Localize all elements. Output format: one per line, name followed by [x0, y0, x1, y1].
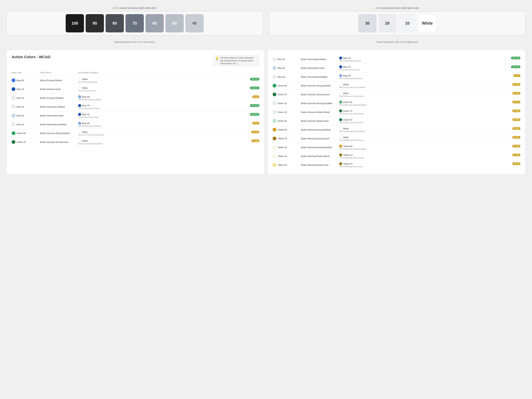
accessibility-badge: AA 6.54 — [250, 87, 259, 89]
token-name-cell: Button-Primary-Hover — [40, 88, 76, 90]
right-4-base-color-cell: Green-70 — [273, 93, 299, 96]
accessibility-badge: A 4.06 — [512, 110, 520, 112]
base-color-dot — [12, 96, 15, 100]
accessibility-badge: AA 5.01 — [250, 78, 259, 81]
access-cell: Green-70A 3.68Text-OnSuccess-Weak-Hover — [339, 118, 520, 124]
left-swatch-5: 50 — [165, 14, 184, 32]
left-swatch-3: 70 — [126, 14, 144, 32]
right-default-label: Default Background Color 14.54:1 (light … — [269, 37, 525, 43]
right-swatch-2: 10 — [398, 14, 417, 32]
access-dot — [339, 101, 342, 104]
base-color-dot — [12, 140, 15, 144]
access-dot — [339, 118, 342, 121]
access-row: Blue-40A 2.5 — [78, 122, 259, 125]
access-color-name: White — [339, 92, 349, 95]
table-row: Blue-10Button-Secondary-DefaultBlue-70AA… — [12, 102, 259, 111]
access-color-name: White — [78, 139, 88, 142]
access-color-name: Blue-70 — [78, 113, 90, 116]
access-row: Blue-40A 2.5 — [78, 95, 259, 98]
access-color-label: Blue-70 — [343, 66, 351, 68]
access-dot — [78, 104, 81, 107]
right-3-base-color-cell: Green-60 — [273, 84, 299, 88]
access-sub-label: Text-OnSecondary-Disabled — [78, 125, 259, 127]
access-sub-label: Text-OnSuccess-Weak-Hover — [339, 121, 520, 124]
token-name-cell: Button-Success-Strong-Default — [301, 84, 337, 87]
base-color-dot — [12, 114, 15, 117]
access-dot — [78, 139, 81, 142]
access-row: Yellow-70A 2.79 — [339, 162, 520, 165]
accessibility-badge: A 3.68 — [512, 118, 520, 121]
accessibility-badge: A 3.05 — [512, 136, 520, 139]
access-color-name: Blue-70 — [78, 104, 90, 107]
table-row: Blue-20Button-Secondary-HoverBlue-70AA 6… — [273, 64, 520, 72]
access-dot — [78, 95, 81, 98]
token-name-cell: Button-Secondary-Default — [40, 106, 76, 108]
table-row: Green-60Button-Success-Strong-DefaultWhi… — [273, 81, 520, 90]
access-sub-label: Text-OnSuccess-Strong-Hover — [78, 143, 259, 145]
right-9-base-color-cell: Yellow-70 — [273, 137, 299, 140]
card-title: Action Colors - WCAG — [12, 55, 50, 59]
left-swatch-0: 100 — [66, 14, 84, 32]
right-table-body: Blue-10Button-Secondary-DefaultBlue-70AA… — [273, 55, 520, 169]
access-row: WhiteA 4.29 — [78, 139, 259, 142]
access-color-label: White — [82, 87, 88, 89]
access-sub-label: Text-OnSecondary-Hover — [339, 69, 520, 71]
access-cell: Blue-40A 2.5Text-OnSecondary-Disabled — [78, 95, 259, 101]
left-contrast-group: 4.5:1 contrast and above (with white col… — [7, 7, 263, 43]
left-swatch-2: 80 — [106, 14, 124, 32]
access-dot — [78, 131, 81, 133]
access-color-name: White — [339, 127, 349, 130]
access-color-name: Blue-40 — [78, 95, 90, 98]
access-color-label: Blue-40 — [343, 75, 351, 77]
access-cell: WhiteAA 5.01Text-OnPrimary-Default — [78, 78, 259, 83]
accessibility-badge: A 2.31 — [512, 101, 520, 103]
table-row: Yellow-20Button-Warning-Weak-HoverYellow… — [273, 161, 520, 169]
left-default-label: Default Background Color 9.47:1 (dark th… — [7, 37, 263, 43]
access-row: Blue-70AA 6.54 — [78, 113, 259, 116]
access-color-name: Blue-40 — [339, 74, 351, 77]
col-token-header: Token Name — [40, 71, 76, 74]
access-color-name: White — [78, 131, 88, 133]
accessibility-badge: A 2.01 — [512, 127, 520, 130]
base-color-dot — [12, 78, 15, 82]
top-section: 4.5:1 contrast and above (with white col… — [7, 7, 525, 43]
access-cell: Yellow-70A 2.79Text-OnWarning-Weak-Hover — [339, 162, 520, 168]
access-dot — [339, 74, 342, 77]
access-color-name: White — [78, 86, 88, 89]
left-0-base-color-cell: Blue-60 — [12, 78, 38, 82]
right-contrast-group: 4.5:1 contrast and above (with black col… — [269, 7, 525, 43]
access-cell: WhiteA 4.29Text-OnSuccess-Strong-Hover — [339, 92, 520, 97]
access-sub-label: Text-OnSecondary-Disabled — [339, 77, 520, 79]
access-dot — [339, 83, 342, 86]
accessibility-badge: A 2.5 — [252, 122, 259, 125]
base-color-label: Blue-20 — [278, 67, 285, 69]
base-color-dot — [12, 131, 15, 135]
table-row: Yellow-10Button-Warning-Weak-DefaultYell… — [273, 152, 520, 161]
table-row: Yellow-10Button-Warning-Strong-DisabledY… — [273, 143, 520, 152]
access-cell: WhiteA 3.02Text-OnSuccess-Strong-Default — [339, 83, 520, 88]
accessibility-badge: A 4.29 — [512, 92, 520, 95]
access-dot — [78, 86, 81, 89]
access-cell: WhiteA 4.29Text-OnSuccess-Strong-Hover — [78, 139, 259, 145]
access-color-label: Green-70 — [343, 119, 352, 121]
access-color-name: White — [339, 83, 349, 86]
access-row: WhiteA 3.02 — [78, 131, 259, 133]
right-contrast-title: 4.5:1 contrast and above (with black col… — [269, 7, 525, 9]
table-row: Yellow-60Button-Warning-Strong-DefaultWh… — [273, 125, 520, 134]
access-color-name: Blue-70 — [339, 57, 351, 59]
access-sub-label: Text-OnSuccess-Strong-Default — [78, 134, 259, 136]
token-name-cell: Button-Warning-Strong-Disabled — [301, 146, 337, 149]
col-base-header: Base Color — [12, 71, 38, 74]
table-header: Base Color Token Name Accessibility Stan… — [12, 71, 259, 75]
accessibility-badge: AA 6.54 — [250, 113, 259, 116]
base-color-label: Blue-10 — [278, 58, 285, 61]
token-name-cell: Button-Warning-Strong-Default — [301, 128, 337, 131]
access-color-name: Green-70 — [339, 118, 352, 121]
access-sub-label: Text-OnSuccess-Strong-Hover — [339, 95, 520, 97]
accessibility-badge: A 2.94 — [512, 154, 520, 156]
left-1-base-color-cell: Blue-70 — [12, 87, 38, 91]
access-dot — [339, 92, 342, 95]
col-access-header: Accessibility Standarts — [78, 71, 259, 74]
access-row: WhiteAA 5.01 — [78, 78, 259, 81]
access-row: Green-50A 2.31 — [339, 101, 520, 104]
